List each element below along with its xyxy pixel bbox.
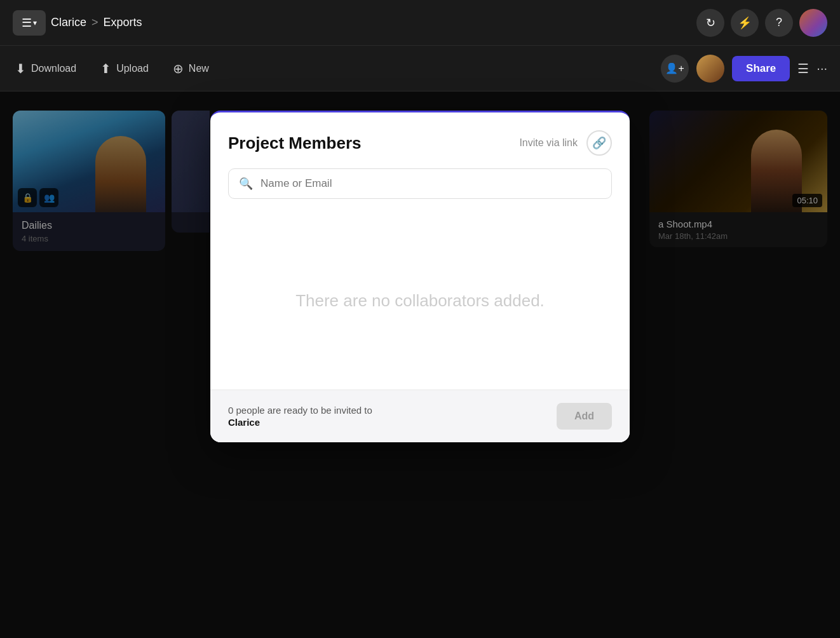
copy-link-button[interactable]: 🔗 <box>586 130 612 156</box>
add-button[interactable]: Add <box>557 403 612 430</box>
add-label: Add <box>574 411 594 421</box>
share-label: Share <box>746 62 776 74</box>
help-button[interactable]: ? <box>765 9 793 37</box>
avatar[interactable] <box>799 9 827 37</box>
share-button[interactable]: Share <box>732 56 790 81</box>
breadcrumb-project[interactable]: Clarice <box>51 16 86 29</box>
more-options-button[interactable]: ··· <box>816 61 827 76</box>
search-input[interactable] <box>261 177 601 190</box>
upload-label: Upload <box>116 63 149 74</box>
logo-button[interactable]: ☰ ▾ <box>13 10 46 36</box>
search-icon: 🔍 <box>239 177 253 191</box>
nav-right: ↻ ⚡ ? <box>696 9 827 37</box>
nav-left: ☰ ▾ Clarice > Exports <box>13 10 142 36</box>
empty-message: There are no collaborators added. <box>295 288 545 313</box>
link-icon: 🔗 <box>592 136 606 150</box>
list-icon: ☰ <box>797 61 809 76</box>
upload-button[interactable]: ⬆ Upload <box>98 57 151 80</box>
refresh-button[interactable]: ↻ <box>696 9 724 37</box>
search-container: 🔍 <box>210 168 630 212</box>
dropdown-icon: ▾ <box>33 18 37 27</box>
avatar-image <box>799 9 827 37</box>
download-label: Download <box>31 63 76 74</box>
download-button[interactable]: ⬇ Download <box>13 57 79 80</box>
download-icon: ⬇ <box>15 61 26 76</box>
toolbar: ⬇ Download ⬆ Upload ⊕ New 👤+ Share ☰ ··· <box>0 46 840 92</box>
more-icon: ··· <box>816 61 827 75</box>
modal-header-actions: Invite via link 🔗 <box>519 130 612 156</box>
modal-footer: 0 people are ready to be invited to Clar… <box>210 390 630 442</box>
search-wrapper: 🔍 <box>228 168 612 199</box>
user-avatar[interactable] <box>696 55 724 83</box>
add-member-button[interactable]: 👤+ <box>661 55 689 83</box>
upload-icon: ⬆ <box>100 61 111 76</box>
modal-header: Project Members Invite via link 🔗 <box>210 112 630 168</box>
breadcrumb-separator: > <box>91 16 98 29</box>
footer-info: 0 people are ready to be invited to Clar… <box>228 405 372 428</box>
main-content: 🔒 👥 Dailies 4 items 05:10 a Shoot.mp4 Ma… <box>0 92 840 638</box>
new-label: New <box>189 63 209 74</box>
lightning-button[interactable]: ⚡ <box>731 9 759 37</box>
add-member-icon: 👤+ <box>665 62 684 74</box>
help-icon: ? <box>776 16 782 29</box>
breadcrumb-section: Exports <box>104 16 142 29</box>
list-view-button[interactable]: ☰ <box>797 61 809 76</box>
new-button[interactable]: ⊕ New <box>170 57 212 80</box>
lightning-icon: ⚡ <box>738 16 752 30</box>
toolbar-right: 👤+ Share ☰ ··· <box>661 55 827 83</box>
refresh-icon: ↻ <box>706 16 715 30</box>
project-members-modal: Project Members Invite via link 🔗 🔍 Ther… <box>210 111 630 442</box>
new-icon: ⊕ <box>173 61 184 76</box>
footer-count-text: 0 people are ready to be invited to <box>228 405 372 416</box>
modal-title: Project Members <box>228 133 362 153</box>
footer-project-name: Clarice <box>228 417 372 428</box>
logo-icon: ☰ <box>22 16 32 30</box>
top-nav: ☰ ▾ Clarice > Exports ↻ ⚡ ? <box>0 0 840 46</box>
invite-link-button[interactable]: Invite via link <box>519 137 578 149</box>
breadcrumb: Clarice > Exports <box>51 16 142 29</box>
empty-state: There are no collaborators added. <box>210 212 630 390</box>
modal-overlay[interactable]: Project Members Invite via link 🔗 🔍 Ther… <box>0 92 840 638</box>
